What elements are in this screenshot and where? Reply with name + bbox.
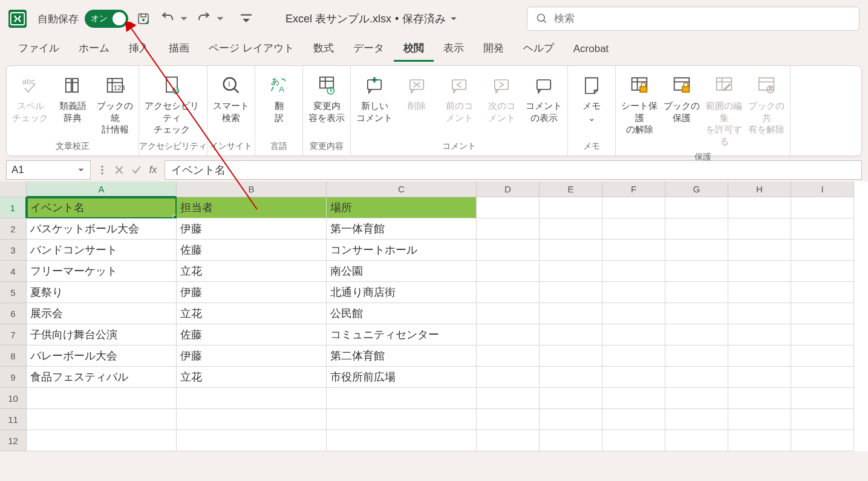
- row-header-1[interactable]: 1: [0, 197, 27, 218]
- cell-A10[interactable]: [27, 388, 177, 409]
- cell-B12[interactable]: [177, 430, 327, 451]
- tab-開発[interactable]: 開発: [474, 38, 514, 62]
- cell-I5[interactable]: [791, 282, 854, 303]
- tab-データ[interactable]: データ: [344, 38, 394, 62]
- col-header-E[interactable]: E: [540, 182, 602, 197]
- cell-E12[interactable]: [540, 430, 602, 451]
- col-header-G[interactable]: G: [665, 182, 728, 197]
- tab-表示[interactable]: 表示: [434, 38, 474, 62]
- cell-G9[interactable]: [665, 367, 728, 388]
- tab-ページ レイアウト[interactable]: ページ レイアウト: [199, 38, 304, 62]
- cell-I1[interactable]: [791, 197, 854, 218]
- cell-F9[interactable]: [602, 367, 665, 388]
- cell-C2[interactable]: 第一体育館: [327, 218, 477, 240]
- cell-E7[interactable]: [540, 324, 602, 345]
- cell-A1[interactable]: イベント名: [27, 197, 177, 218]
- cell-F5[interactable]: [602, 282, 665, 303]
- row-header-5[interactable]: 5: [0, 282, 27, 303]
- cell-B9[interactable]: 立花: [177, 367, 327, 388]
- ribbon-new-comment[interactable]: 新しいコメント: [353, 70, 396, 126]
- tab-Acrobat[interactable]: Acrobat: [564, 39, 619, 62]
- cell-D4[interactable]: [477, 261, 540, 282]
- cell-H3[interactable]: [728, 240, 791, 261]
- cell-A2[interactable]: バスケットボール大会: [27, 218, 177, 240]
- ribbon-thesaurus[interactable]: 類義語辞典: [51, 70, 94, 126]
- cell-F12[interactable]: [602, 430, 665, 451]
- cell-G6[interactable]: [665, 303, 728, 324]
- row-header-4[interactable]: 4: [0, 261, 27, 282]
- col-header-H[interactable]: H: [728, 182, 791, 197]
- autosave-toggle[interactable]: オン: [85, 10, 128, 28]
- tab-ファイル[interactable]: ファイル: [8, 38, 69, 62]
- cell-F10[interactable]: [602, 388, 665, 409]
- cell-F2[interactable]: [602, 218, 665, 240]
- cell-D3[interactable]: [477, 240, 540, 261]
- ribbon-unprotect-sheet[interactable]: シート保護の解除: [618, 70, 661, 138]
- cell-G10[interactable]: [665, 388, 728, 409]
- cell-H2[interactable]: [728, 218, 791, 240]
- cell-I7[interactable]: [791, 324, 854, 345]
- cell-G2[interactable]: [665, 218, 728, 240]
- cell-H9[interactable]: [728, 367, 791, 388]
- cell-H5[interactable]: [728, 282, 791, 303]
- cell-D7[interactable]: [477, 324, 540, 345]
- cell-A7[interactable]: 子供向け舞台公演: [27, 324, 177, 345]
- cell-I2[interactable]: [791, 218, 854, 240]
- cell-C10[interactable]: [327, 388, 477, 409]
- col-header-A[interactable]: A: [27, 182, 177, 197]
- cell-A11[interactable]: [27, 409, 177, 430]
- ribbon-notes[interactable]: メモ⌄: [570, 70, 613, 126]
- col-header-I[interactable]: I: [791, 182, 854, 197]
- row-header-6[interactable]: 6: [0, 303, 27, 324]
- insert-function[interactable]: fx: [145, 162, 161, 178]
- cell-H8[interactable]: [728, 345, 791, 367]
- cell-I6[interactable]: [791, 303, 854, 324]
- col-header-D[interactable]: D: [477, 182, 540, 197]
- select-all-corner[interactable]: [0, 182, 27, 197]
- cell-H1[interactable]: [728, 197, 791, 218]
- ribbon-protect-workbook[interactable]: ブックの保護: [661, 70, 703, 126]
- cell-B5[interactable]: 伊藤: [177, 282, 327, 303]
- ribbon-workbook-stats[interactable]: 123ブックの統計情報: [94, 70, 136, 138]
- cell-C6[interactable]: 公民館: [327, 303, 477, 324]
- tab-数式[interactable]: 数式: [304, 38, 344, 62]
- cell-G4[interactable]: [665, 261, 728, 282]
- tab-ホーム[interactable]: ホーム: [69, 38, 119, 62]
- cell-H11[interactable]: [728, 409, 791, 430]
- cell-G12[interactable]: [665, 430, 728, 451]
- cell-D8[interactable]: [477, 345, 540, 367]
- cell-E4[interactable]: [540, 261, 602, 282]
- cell-E6[interactable]: [540, 303, 602, 324]
- cell-C4[interactable]: 南公園: [327, 261, 477, 282]
- save-button[interactable]: [134, 10, 152, 28]
- cell-E3[interactable]: [540, 240, 602, 261]
- cell-C9[interactable]: 市役所前広場: [327, 367, 477, 388]
- cell-B11[interactable]: [177, 409, 327, 430]
- col-header-F[interactable]: F: [602, 182, 665, 197]
- ribbon-show-changes[interactable]: 変更内容を表示: [305, 70, 348, 126]
- cell-H12[interactable]: [728, 430, 791, 451]
- cell-D1[interactable]: [477, 197, 540, 218]
- cell-B8[interactable]: 伊藤: [177, 345, 327, 367]
- cell-H7[interactable]: [728, 324, 791, 345]
- cell-E8[interactable]: [540, 345, 602, 367]
- cell-A12[interactable]: [27, 430, 177, 451]
- cell-I4[interactable]: [791, 261, 854, 282]
- undo-button[interactable]: [158, 10, 177, 28]
- cell-I11[interactable]: [791, 409, 854, 430]
- row-header-9[interactable]: 9: [0, 367, 27, 388]
- cell-C3[interactable]: コンサートホール: [327, 240, 477, 261]
- search-input[interactable]: [554, 13, 850, 25]
- cell-A5[interactable]: 夏祭り: [27, 282, 177, 303]
- cell-B1[interactable]: 担当者: [177, 197, 327, 218]
- cell-G3[interactable]: [665, 240, 728, 261]
- cell-B2[interactable]: 伊藤: [177, 218, 327, 240]
- row-header-3[interactable]: 3: [0, 240, 27, 261]
- cell-D11[interactable]: [477, 409, 540, 430]
- cell-E10[interactable]: [540, 388, 602, 409]
- cell-A6[interactable]: 展示会: [27, 303, 177, 324]
- row-header-10[interactable]: 10: [0, 388, 27, 409]
- cancel-formula[interactable]: [111, 162, 127, 178]
- cell-C12[interactable]: [327, 430, 477, 451]
- cell-B3[interactable]: 佐藤: [177, 240, 327, 261]
